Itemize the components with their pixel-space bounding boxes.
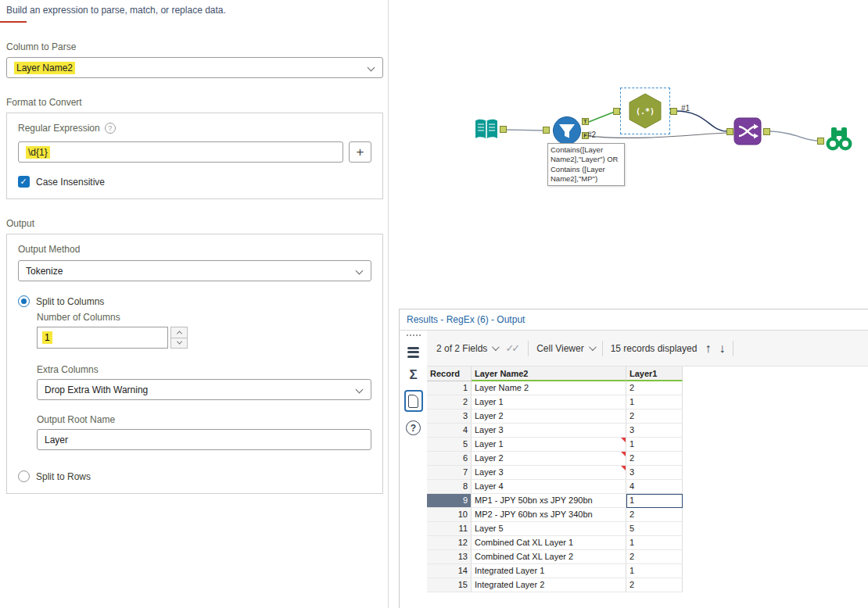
table-row[interactable]: 2Layer 11: [427, 395, 683, 410]
table-row[interactable]: 4Layer 33: [427, 424, 683, 438]
workflow-canvas[interactable]: T F (.*) #1 #2 Contains([Layer Name2],"L…: [399, 0, 868, 309]
record-cell[interactable]: 4: [427, 424, 472, 438]
regex-tool[interactable]: (.*): [626, 92, 664, 133]
regex-input-anchor[interactable]: [613, 108, 620, 115]
cell-viewer-dropdown[interactable]: Cell Viewer: [536, 343, 594, 354]
grid-view-icon[interactable]: [407, 345, 419, 359]
layer1-cell[interactable]: 2: [626, 508, 683, 522]
layer1-cell[interactable]: 2: [626, 578, 683, 592]
record-cell[interactable]: 10: [427, 508, 472, 522]
layer-name2-cell[interactable]: Layer 1: [472, 395, 626, 410]
layer1-cell[interactable]: 2: [626, 381, 683, 395]
record-cell[interactable]: 1: [427, 381, 472, 395]
layer-name2-cell[interactable]: Layer 3: [472, 466, 626, 480]
connection-union-browse[interactable]: [770, 131, 818, 141]
table-row[interactable]: 13Combined Cat XL Layer 22: [427, 550, 683, 564]
layer1-cell[interactable]: 1: [626, 395, 683, 410]
layer-name2-cell[interactable]: Layer 2: [472, 452, 626, 466]
table-row[interactable]: 15Integrated Layer 22: [427, 578, 683, 592]
browse-tool[interactable]: [824, 125, 854, 155]
spin-down-button[interactable]: [170, 338, 188, 349]
results-tab-title[interactable]: Results - RegEx (6) - Output: [400, 309, 868, 331]
union-tool[interactable]: [733, 117, 762, 148]
layer1-cell[interactable]: 1: [626, 564, 683, 578]
split-to-rows-option[interactable]: Split to Rows: [18, 470, 371, 482]
record-view-selected[interactable]: [404, 390, 423, 412]
layer-name2-cell[interactable]: Combined Cat XL Layer 1: [472, 536, 626, 550]
fields-dropdown[interactable]: 2 of 2 Fields: [436, 343, 497, 354]
record-cell[interactable]: 8: [427, 480, 472, 494]
drag-handle[interactable]: [407, 334, 421, 336]
extra-columns-select[interactable]: Drop Extra With Warning: [37, 379, 371, 400]
record-cell[interactable]: 12: [427, 536, 472, 550]
browse-input-anchor[interactable]: [817, 138, 824, 145]
table-row[interactable]: 5Layer 11: [427, 438, 683, 452]
layer-name2-cell[interactable]: Combined Cat XL Layer 2: [472, 550, 626, 564]
table-row[interactable]: 1Layer Name 22: [427, 381, 683, 395]
filter-true-anchor[interactable]: T: [582, 118, 589, 125]
layer-name2-cell[interactable]: Layer 1: [472, 438, 626, 452]
case-insensitive-checkbox[interactable]: [18, 176, 30, 188]
number-of-columns-input[interactable]: 1: [37, 327, 168, 349]
union-input-anchor[interactable]: [726, 128, 733, 135]
column-header-layer1[interactable]: Layer1: [626, 367, 683, 381]
output-method-select[interactable]: Tokenize: [18, 260, 371, 281]
metadata-icon[interactable]: Σ: [409, 368, 417, 381]
layer-name2-cell[interactable]: Integrated Layer 1: [472, 564, 626, 578]
record-cell[interactable]: 6: [427, 452, 472, 466]
scroll-down-icon[interactable]: ↓: [719, 342, 725, 355]
layer-name2-cell[interactable]: MP2 - JPY 60bn xs JPY 340bn: [472, 508, 626, 522]
layer-name2-cell[interactable]: Layer 5: [472, 522, 626, 536]
split-to-rows-radio[interactable]: [18, 470, 30, 482]
layer-name2-cell[interactable]: Layer Name 2: [472, 381, 626, 395]
layer1-cell[interactable]: 2: [626, 410, 683, 424]
record-cell[interactable]: 5: [427, 438, 472, 452]
split-to-columns-option[interactable]: Split to Columns: [18, 295, 371, 307]
record-cell[interactable]: 14: [427, 564, 472, 578]
layer1-cell[interactable]: 1: [626, 536, 683, 550]
layer1-cell[interactable]: 3: [626, 424, 683, 438]
help-icon[interactable]: [105, 123, 116, 134]
record-cell[interactable]: 15: [427, 578, 472, 592]
regex-input[interactable]: \d{1}: [18, 141, 343, 163]
record-cell[interactable]: 11: [427, 522, 472, 536]
record-cell[interactable]: 13: [427, 550, 472, 564]
layer1-cell[interactable]: 2: [626, 550, 683, 564]
connection-filter-true-regex[interactable]: [589, 112, 615, 122]
table-row[interactable]: 11Layer 55: [427, 522, 683, 536]
input-output-anchor[interactable]: [500, 126, 507, 133]
layer-name2-cell[interactable]: Integrated Layer 2: [472, 578, 626, 592]
layer1-cell[interactable]: 2: [626, 452, 683, 466]
table-row[interactable]: 8Layer 44: [427, 480, 683, 494]
filter-input-anchor[interactable]: [543, 127, 550, 134]
table-row[interactable]: 10MP2 - JPY 60bn xs JPY 340bn2: [427, 508, 683, 522]
table-row[interactable]: 6Layer 22: [427, 452, 683, 466]
connection-input-filter[interactable]: [505, 130, 544, 131]
record-cell[interactable]: 9: [427, 494, 472, 508]
table-row[interactable]: 3Layer 22: [427, 410, 683, 424]
add-expression-button[interactable]: +: [349, 141, 371, 163]
layer1-cell[interactable]: 3: [626, 466, 683, 480]
layer-name2-cell[interactable]: Layer 4: [472, 480, 626, 494]
record-cell[interactable]: 7: [427, 466, 472, 480]
scroll-up-icon[interactable]: ↑: [705, 342, 711, 355]
layer1-cell[interactable]: 4: [626, 480, 683, 494]
input-data-tool[interactable]: [474, 117, 499, 145]
regex-output-anchor[interactable]: [670, 108, 677, 115]
table-row[interactable]: 14Integrated Layer 11: [427, 564, 683, 578]
spin-up-button[interactable]: [170, 327, 188, 338]
split-to-columns-radio[interactable]: [18, 295, 30, 307]
output-root-name-input[interactable]: Layer: [37, 429, 371, 450]
record-cell[interactable]: 2: [427, 395, 472, 410]
table-row[interactable]: 9MP1 - JPY 50bn xs JPY 290bn1: [427, 494, 683, 508]
help-icon[interactable]: [406, 420, 421, 435]
layer1-cell[interactable]: 5: [626, 522, 683, 536]
union-output-anchor[interactable]: [763, 128, 770, 135]
layer-name2-cell[interactable]: Layer 2: [472, 410, 626, 424]
layer-name2-cell[interactable]: MP1 - JPY 50bn xs JPY 290bn: [472, 494, 626, 508]
double-check-icon[interactable]: ✓✓: [505, 342, 520, 354]
layer1-cell[interactable]: 1: [626, 438, 683, 452]
connection-regex-union[interactable]: [675, 111, 727, 131]
layer1-cell[interactable]: 1: [626, 494, 683, 508]
record-cell[interactable]: 3: [427, 410, 472, 424]
